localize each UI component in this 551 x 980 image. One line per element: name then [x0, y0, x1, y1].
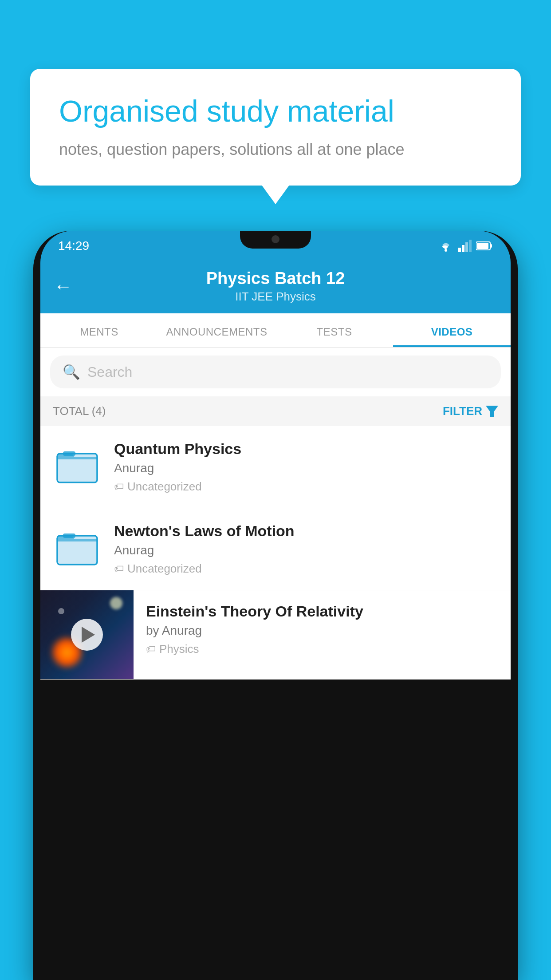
signal-icon	[458, 240, 472, 252]
tab-ments[interactable]: MENTS	[40, 313, 158, 347]
filter-bar: TOTAL (4) FILTER	[40, 396, 511, 426]
tag-icon-3: 🏷	[146, 644, 156, 655]
svg-rect-14	[63, 533, 75, 538]
bubble-title: Organised study material	[59, 93, 492, 130]
video-author-2: Anurag	[114, 543, 498, 557]
tag-label-2: Uncategorized	[127, 562, 202, 576]
tag-label-1: Uncategorized	[127, 480, 202, 494]
filter-button[interactable]: FILTER	[443, 404, 498, 418]
list-item[interactable]: Quantum Physics Anurag 🏷 Uncategorized	[40, 426, 511, 508]
tabs-bar: MENTS ANNOUNCEMENTS TESTS VIDEOS	[40, 313, 511, 348]
play-button[interactable]	[71, 619, 103, 651]
folder-icon	[55, 525, 99, 569]
battery-icon	[476, 241, 493, 251]
camera-dot	[272, 235, 279, 243]
bubble-subtitle: notes, question papers, solutions all at…	[59, 140, 492, 159]
svg-rect-6	[490, 244, 492, 248]
wifi-icon	[438, 240, 454, 252]
search-bar[interactable]: 🔍 Search	[50, 356, 501, 388]
svg-rect-2	[462, 245, 464, 252]
search-container: 🔍 Search	[40, 348, 511, 396]
svg-rect-1	[458, 248, 461, 252]
nav-title-sub: IIT JEE Physics	[206, 290, 345, 304]
nav-title: Physics Batch 12 IIT JEE Physics	[206, 269, 345, 304]
phone-notch	[249, 231, 302, 245]
video-tag-2: 🏷 Uncategorized	[114, 562, 498, 576]
filter-label: FILTER	[443, 404, 482, 418]
video-info-3: Einstein's Theory Of Relativity by Anura…	[134, 590, 511, 665]
svg-point-0	[445, 249, 447, 252]
phone-inner: 14:29	[40, 231, 511, 980]
video-author-3: by Anurag	[146, 624, 498, 638]
folder-thumb-1	[53, 440, 102, 489]
svg-marker-8	[486, 406, 498, 417]
status-time: 14:29	[58, 239, 89, 253]
video-info-2: Newton's Laws of Motion Anurag 🏷 Uncateg…	[114, 522, 498, 576]
filter-icon	[486, 406, 498, 417]
tab-announcements[interactable]: ANNOUNCEMENTS	[158, 313, 276, 347]
video-title-1: Quantum Physics	[114, 440, 498, 458]
svg-rect-3	[465, 242, 468, 252]
video-info-1: Quantum Physics Anurag 🏷 Uncategorized	[114, 440, 498, 494]
tag-icon-1: 🏷	[114, 481, 124, 493]
video-title-2: Newton's Laws of Motion	[114, 522, 498, 540]
tag-label-3: Physics	[159, 642, 199, 656]
speech-bubble: Organised study material notes, question…	[30, 69, 521, 186]
svg-rect-11	[63, 451, 75, 456]
search-icon: 🔍	[63, 364, 80, 380]
svg-rect-4	[469, 240, 472, 252]
phone-frame: 14:29	[33, 231, 518, 980]
total-count: TOTAL (4)	[53, 404, 106, 418]
tag-icon-2: 🏷	[114, 563, 124, 575]
video-tag-1: 🏷 Uncategorized	[114, 480, 498, 494]
folder-thumb-2	[53, 522, 102, 571]
video-author-1: Anurag	[114, 461, 498, 475]
tab-tests[interactable]: TESTS	[276, 313, 393, 347]
video-list: Quantum Physics Anurag 🏷 Uncategorized	[40, 426, 511, 680]
list-item[interactable]: Newton's Laws of Motion Anurag 🏷 Uncateg…	[40, 508, 511, 590]
list-item[interactable]: Einstein's Theory Of Relativity by Anura…	[40, 590, 511, 680]
search-placeholder: Search	[87, 364, 132, 380]
video-thumbnail-3	[40, 590, 134, 679]
back-button[interactable]: ←	[54, 276, 72, 297]
tab-videos[interactable]: VIDEOS	[393, 313, 511, 347]
video-title-3: Einstein's Theory Of Relativity	[146, 603, 498, 620]
play-icon	[82, 627, 95, 643]
nav-bar: ← Physics Batch 12 IIT JEE Physics	[40, 261, 511, 313]
svg-rect-7	[477, 243, 488, 249]
video-tag-3: 🏷 Physics	[146, 642, 498, 656]
status-icons	[438, 240, 493, 252]
folder-icon	[55, 443, 99, 487]
nav-title-main: Physics Batch 12	[206, 269, 345, 288]
